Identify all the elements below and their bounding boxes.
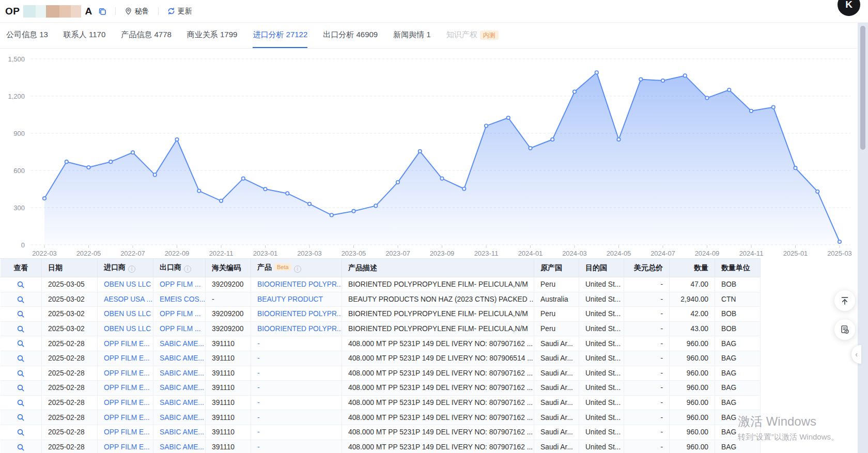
cell-exporter[interactable]: SABIC AME... — [153, 410, 206, 425]
copy-icon[interactable] — [98, 7, 106, 15]
tab-公司信息[interactable]: 公司信息 13 — [6, 23, 48, 48]
view-detail-button[interactable] — [1, 277, 42, 292]
cell-exporter[interactable]: SABIC AME... — [153, 440, 206, 453]
tab-知识产权[interactable]: 知识产权内测 — [446, 23, 499, 48]
user-avatar[interactable]: K — [838, 0, 860, 16]
cell-exporter[interactable]: OPP FILM ... — [153, 321, 206, 336]
cell-origin-country: Saudi Ar... — [534, 366, 579, 381]
update-button[interactable]: 更新 — [167, 7, 192, 16]
tab-进口分析[interactable]: 进口分析 27122 — [253, 23, 307, 48]
cell-exporter[interactable]: SABIC AME... — [153, 351, 206, 366]
cell-exporter[interactable]: OPP FILM ... — [153, 307, 206, 322]
cell-importer[interactable]: OPP FILM E... — [98, 351, 153, 366]
cell-quantity-unit: BOB — [715, 277, 761, 292]
view-detail-button[interactable] — [1, 336, 42, 351]
tab-产品信息[interactable]: 产品信息 4778 — [121, 23, 172, 48]
cell-product[interactable]: - — [251, 425, 342, 440]
cell-importer[interactable]: OPP FILM E... — [98, 336, 153, 351]
view-detail-button[interactable] — [1, 307, 42, 322]
cell-importer[interactable]: OBEN US LLC — [98, 277, 153, 292]
cell-importer[interactable]: OPP FILM E... — [98, 410, 153, 425]
magnifier-icon — [17, 369, 25, 378]
cell-importer[interactable]: OPP FILM E... — [98, 395, 153, 410]
cell-product[interactable]: - — [251, 395, 342, 410]
info-icon[interactable]: i — [184, 265, 191, 273]
cell-product-description: 408.000 MT PP 5231P 149 DEL IVERY NO: 80… — [342, 410, 534, 425]
cell-quantity-unit: BAG — [715, 381, 761, 396]
tab-label: 出口分析 46909 — [323, 30, 378, 40]
tab-label: 联系人 1170 — [64, 30, 105, 40]
tab-label: 进口分析 27122 — [253, 30, 307, 40]
column-header-产品: 产品Betai — [251, 259, 342, 277]
cell-importer[interactable]: OBEN US LLC — [98, 321, 153, 336]
svg-text:2024-01: 2024-01 — [518, 249, 543, 257]
cell-product[interactable]: - — [251, 440, 342, 453]
view-detail-button[interactable] — [1, 321, 42, 336]
cell-product[interactable]: BIOORIENTED POLYPR... — [251, 307, 342, 322]
cell-exporter[interactable]: SABIC AME... — [153, 366, 206, 381]
scrollbar-thumb[interactable] — [860, 26, 865, 150]
cell-quantity-unit: BAG — [715, 336, 761, 351]
svg-text:2023-05: 2023-05 — [342, 249, 366, 257]
cell-product[interactable]: - — [251, 366, 342, 381]
cell-importer[interactable]: OPP FILM E... — [98, 366, 153, 381]
cell-exporter[interactable]: SABIC AME... — [153, 336, 206, 351]
region-tag[interactable]: 秘鲁 — [125, 7, 149, 16]
avatar-letter: K — [845, 0, 853, 10]
view-detail-button[interactable] — [1, 351, 42, 366]
cell-usd-total: - — [624, 425, 670, 440]
cell-importer[interactable]: OPP FILM E... — [98, 381, 153, 396]
tab-联系人[interactable]: 联系人 1170 — [64, 23, 105, 48]
tab-新闻舆情[interactable]: 新闻舆情 1 — [393, 23, 431, 48]
cell-origin-country: Saudi Ar... — [534, 440, 579, 453]
cell-product[interactable]: - — [251, 336, 342, 351]
cell-date: 2025-02-28 — [42, 410, 98, 425]
cell-hs-code: 39209200 — [206, 307, 251, 322]
table-row: 2025-03-02OBEN US LLCOPP FILM ...3920920… — [1, 307, 761, 322]
cell-date: 2025-02-28 — [42, 425, 98, 440]
svg-text:2022-09: 2022-09 — [165, 249, 190, 257]
cell-importer[interactable]: OPP FILM E... — [98, 425, 153, 440]
cell-product[interactable]: - — [251, 351, 342, 366]
cell-importer[interactable]: OBEN US LLC — [98, 307, 153, 322]
cell-importer[interactable]: AESOP USA ... — [98, 292, 153, 307]
cell-product-description: 408.000 MT PP 5231P 149 DEL IVERY NO: 80… — [342, 395, 534, 410]
cell-origin-country: Saudi Ar... — [534, 425, 579, 440]
cell-origin-country: Peru — [534, 321, 579, 336]
table-row: 2025-03-02OBEN US LLCOPP FILM ...3920920… — [1, 321, 761, 336]
cell-destination-country: United St... — [579, 440, 624, 453]
view-detail-button[interactable] — [1, 366, 42, 381]
info-icon[interactable]: i — [294, 265, 301, 273]
cell-product[interactable]: BEAUTY PRODUCT — [251, 292, 342, 307]
info-icon[interactable]: i — [128, 265, 135, 273]
cell-product[interactable]: BIOORIENTED POLYPR... — [251, 321, 342, 336]
view-detail-button[interactable] — [1, 410, 42, 425]
cell-importer[interactable]: OPP FILM E... — [98, 440, 153, 453]
cell-exporter[interactable]: SABIC AME... — [153, 425, 206, 440]
tab-商业关系[interactable]: 商业关系 1799 — [187, 23, 238, 48]
view-detail-button[interactable] — [1, 381, 42, 396]
page-scrollbar[interactable] — [858, 23, 868, 453]
feedback-button[interactable] — [834, 319, 855, 340]
view-detail-button[interactable] — [1, 292, 42, 307]
svg-text:600: 600 — [13, 167, 25, 175]
back-to-top-button[interactable] — [834, 290, 855, 311]
magnifier-icon — [17, 280, 25, 289]
cell-destination-country: United St... — [579, 307, 624, 322]
tab-出口分析[interactable]: 出口分析 46909 — [323, 23, 378, 48]
svg-text:2025-03: 2025-03 — [827, 249, 852, 257]
cell-product[interactable]: - — [251, 381, 342, 396]
cell-product[interactable]: - — [251, 410, 342, 425]
cell-exporter[interactable]: OPP FILM ... — [153, 277, 206, 292]
cell-product-description: BIORIENTED POLYPROPYLENE FILM- PELICULA,… — [342, 321, 534, 336]
view-detail-button[interactable] — [1, 425, 42, 440]
cell-exporter[interactable]: EMEIS COS... — [153, 292, 206, 307]
view-detail-button[interactable] — [1, 395, 42, 410]
svg-text:2022-07: 2022-07 — [120, 249, 145, 257]
cell-product[interactable]: BIOORIENTED POLYPR... — [251, 277, 342, 292]
cell-usd-total: - — [624, 351, 670, 366]
view-detail-button[interactable] — [1, 440, 42, 453]
company-title-row: OP A 秘鲁 更新 — [5, 5, 192, 18]
cell-exporter[interactable]: SABIC AME... — [153, 395, 206, 410]
cell-exporter[interactable]: SABIC AME... — [153, 381, 206, 396]
